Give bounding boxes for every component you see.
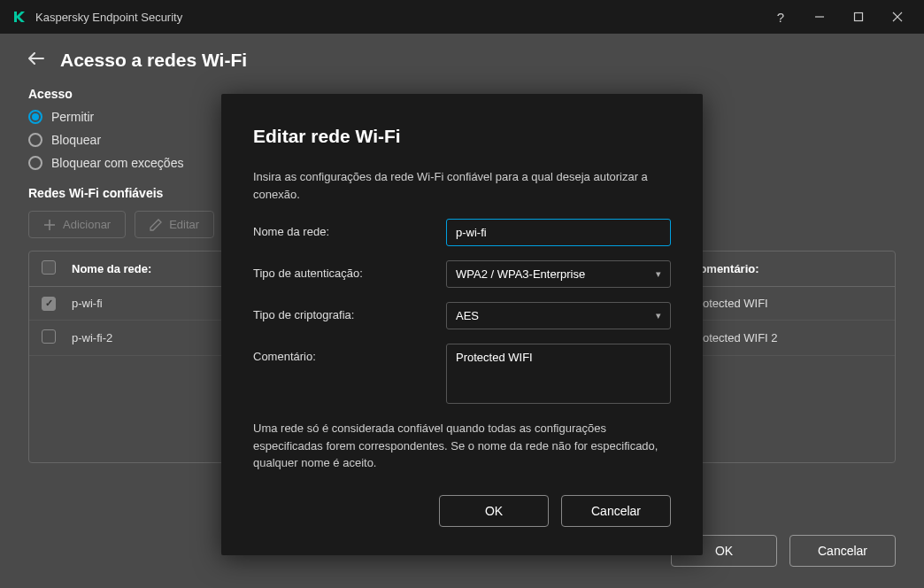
form-label-enc: Tipo de criptografia: xyxy=(253,302,446,321)
edit-wifi-modal: Editar rede Wi-Fi Insira as configuraçõe… xyxy=(221,94,703,555)
modal-description: Insira as configurações da rede Wi-Fi co… xyxy=(253,168,671,203)
modal-note: Uma rede só é considerada confiável quan… xyxy=(253,420,671,472)
modal-overlay: Editar rede Wi-Fi Insira as configuraçõe… xyxy=(0,0,924,588)
form-row-name: Nome da rede: xyxy=(253,219,671,246)
modal-footer: OK Cancelar xyxy=(253,495,671,527)
form-row-comment: Comentário: xyxy=(253,344,671,404)
form-row-auth: Tipo de autenticação: WPA2 / WPA3-Enterp… xyxy=(253,260,671,288)
comment-textarea[interactable] xyxy=(446,344,671,404)
auth-type-select[interactable]: WPA2 / WPA3-Enterprise xyxy=(446,260,671,288)
app-window: Kaspersky Endpoint Security ? Acesso a r… xyxy=(0,0,924,588)
form-label-auth: Tipo de autenticação: xyxy=(253,260,446,280)
encryption-type-value: AES xyxy=(456,309,479,322)
encryption-type-select[interactable]: AES xyxy=(446,302,671,329)
form-label-comment: Comentário: xyxy=(253,344,446,363)
modal-cancel-button[interactable]: Cancelar xyxy=(561,495,671,527)
modal-title: Editar rede Wi-Fi xyxy=(253,126,671,147)
auth-type-value: WPA2 / WPA3-Enterprise xyxy=(456,267,585,281)
modal-ok-button[interactable]: OK xyxy=(439,495,549,527)
form-label-name: Nome da rede: xyxy=(253,219,446,238)
network-name-input[interactable] xyxy=(446,219,671,246)
form-row-enc: Tipo de criptografia: AES xyxy=(253,302,671,329)
